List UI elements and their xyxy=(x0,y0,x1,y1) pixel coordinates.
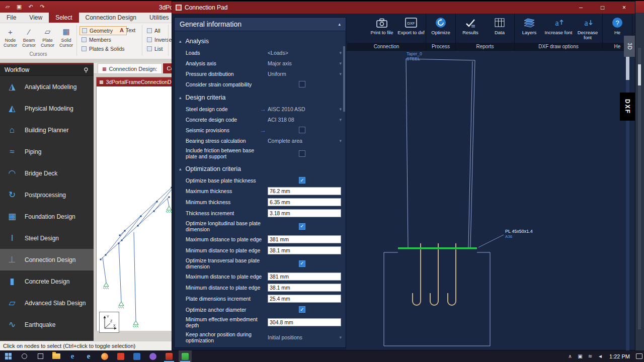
staad-icon[interactable] xyxy=(163,350,176,362)
pin-icon[interactable] xyxy=(84,67,89,73)
node-cursor-button[interactable]: +Node Cursor xyxy=(1,24,20,48)
menu-tab-utilities[interactable]: Utilities xyxy=(143,13,176,23)
firefox-icon[interactable] xyxy=(98,350,111,362)
checkbox-consider-strain-compatibility[interactable] xyxy=(299,81,305,87)
dropdown-analysis-axis[interactable]: Major axis▾ xyxy=(268,60,342,66)
connection-drawing-area[interactable]: Taper_0 STEEL PL 45x50x1.4 A36 xyxy=(346,50,635,350)
print-to-file-button[interactable]: Print to file xyxy=(367,16,396,35)
mode-all[interactable]: All xyxy=(145,26,174,35)
workflow-item-analytical-modeling[interactable]: ◮Analytical Modeling xyxy=(0,76,94,98)
workflow-item-connection-design[interactable]: ⊥Connection Design xyxy=(0,249,94,270)
tray-network-icon[interactable]: ≋ xyxy=(585,350,595,362)
workflow-item-piping[interactable]: ≈Piping xyxy=(0,141,94,162)
detail-arrow-icon[interactable]: → xyxy=(260,106,266,113)
open-folder-icon[interactable]: ▱ xyxy=(4,3,12,11)
notifications-icon[interactable] xyxy=(634,350,644,362)
input-maximum-thickness[interactable] xyxy=(268,187,341,195)
decrease-font-button[interactable]: aDecrease font xyxy=(573,16,602,40)
chevron-up-icon[interactable]: ∧ xyxy=(565,350,575,362)
solid-cursor-button[interactable]: ▦Solid Cursor xyxy=(57,24,75,48)
tab-dxf[interactable]: DXF xyxy=(620,93,635,121)
ie-icon[interactable]: e xyxy=(82,350,95,362)
checkbox-optimize-transversal-base-plate-dimension[interactable]: ✓ xyxy=(299,260,305,267)
increase-font-button[interactable]: aIncrease font xyxy=(544,16,573,35)
blue-app-icon[interactable] xyxy=(130,350,143,362)
results-button[interactable]: Results xyxy=(456,16,485,35)
filter-plates-solids[interactable]: Plates & Solids xyxy=(79,44,127,53)
menu-tab-view[interactable]: View xyxy=(23,13,49,23)
filter-members[interactable]: Members xyxy=(79,35,127,44)
checkbox-seismic-provisions[interactable] xyxy=(299,127,305,133)
workflow-item-building-planner[interactable]: ⌂Building Planner xyxy=(0,119,94,141)
dropdown-keep-anchor-position-during-optimization[interactable]: Initial positions▾ xyxy=(268,334,342,340)
tab-connection-design[interactable]: ▦ Connection Design: xyxy=(98,63,162,73)
minimize-button[interactable]: – xyxy=(570,2,592,14)
panel-scrollbar-thumb[interactable] xyxy=(343,46,345,112)
workflow-item-advanced-slab-design[interactable]: ▱Advanced Slab Design xyxy=(0,292,94,314)
text-tool-button[interactable]: A Text xyxy=(120,27,135,33)
section-optimization-criteria[interactable]: ▴Optimization criteria xyxy=(175,162,346,175)
workflow-item-concrete-design[interactable]: ▮Concrete Design xyxy=(0,270,94,292)
he-button[interactable]: ?He xyxy=(603,16,632,35)
mode-inverse[interactable]: Inverse xyxy=(145,35,174,44)
scrollbar-track[interactable] xyxy=(638,48,641,329)
workflow-item-postprocessing[interactable]: ↻Postprocessing xyxy=(0,184,94,206)
close-button[interactable]: × xyxy=(613,2,635,14)
dropdown-loads[interactable]: <Loads>▾ xyxy=(268,50,342,56)
checkbox-optimize-longitudinal-base-plate-dimension[interactable]: ✓ xyxy=(299,223,305,230)
taskbar-clock[interactable]: 1:22 PM xyxy=(605,353,634,359)
purple-app-icon[interactable] xyxy=(146,350,159,362)
maximize-button[interactable]: □ xyxy=(592,2,613,14)
checkbox-optimize-base-plate-thickness[interactable]: ✓ xyxy=(299,177,305,184)
section-design-criteria[interactable]: ▴Design criteria xyxy=(175,91,346,104)
dropdown-pressure-distribution[interactable]: Uniform▾ xyxy=(268,71,342,77)
redo-icon[interactable]: ↷ xyxy=(38,3,46,11)
workflow-item-steel-design[interactable]: ISteel Design xyxy=(0,227,94,249)
undo-icon[interactable]: ↶ xyxy=(27,3,35,11)
input-minimum-distance-to-plate-edge[interactable] xyxy=(268,284,341,292)
optimize-button[interactable]: Optimize xyxy=(426,16,455,35)
workflow-item-physical-modeling[interactable]: ◭Physical Modeling xyxy=(0,98,94,119)
input-plate-dimensions-increment[interactable] xyxy=(268,295,341,303)
menu-tab-select[interactable]: Select xyxy=(49,13,78,23)
scrollbar-thumb[interactable] xyxy=(638,64,641,85)
connection-pad-title-bar[interactable]: Connection Pad –□× xyxy=(172,2,635,14)
input-minimum-effective-embedment-depth[interactable] xyxy=(268,318,341,326)
file-explorer-icon[interactable] xyxy=(50,350,63,362)
checkbox-include-friction-between-base-plate-and-support[interactable] xyxy=(299,150,305,157)
export-to-dxf-button[interactable]: DXFExport to dxf xyxy=(396,16,426,35)
input-minimum-thickness[interactable] xyxy=(268,198,341,206)
tray-status-icon[interactable]: ▣ xyxy=(575,350,585,362)
detail-arrow-icon[interactable]: → xyxy=(260,127,266,134)
general-information-header[interactable]: General information ▴ xyxy=(175,18,346,31)
tab-3d[interactable]: 3D xyxy=(624,36,635,57)
green-app-icon[interactable] xyxy=(179,350,192,362)
task-view-icon[interactable] xyxy=(34,350,47,362)
input-thickness-increment[interactable] xyxy=(268,209,341,217)
dropdown-bearing-stress-calculation[interactable]: Complete area▾ xyxy=(268,138,342,144)
red-app-icon[interactable] xyxy=(114,350,127,362)
layers-button[interactable]: Layers xyxy=(515,16,544,35)
input-maximum-distance-to-plate-edge[interactable] xyxy=(268,273,341,281)
checkbox-optimize-anchor-diameter[interactable]: ✓ xyxy=(299,306,305,313)
collapse-icon[interactable]: ▴ xyxy=(338,22,341,27)
dropdown-concrete-design-code[interactable]: ACI 318 08▾ xyxy=(268,117,342,123)
beam-cursor-button[interactable]: ∕Beam Cursor xyxy=(20,24,38,48)
menu-tab-connection-design[interactable]: Connection Design xyxy=(79,13,143,23)
plate-cursor-button[interactable]: ▱Plate Cursor xyxy=(38,24,57,48)
workflow-item-foundation-design[interactable]: ▦Foundation Design xyxy=(0,206,94,227)
data-button[interactable]: Data xyxy=(485,16,514,35)
workflow-item-earthquake[interactable]: ∿Earthquake xyxy=(0,314,94,335)
mode-list[interactable]: List xyxy=(145,44,174,53)
tray-volume-icon[interactable]: ◄ xyxy=(595,350,605,362)
edge-icon[interactable]: e xyxy=(66,350,79,362)
start-button[interactable] xyxy=(2,350,15,362)
search-icon[interactable] xyxy=(18,350,31,362)
section-analysis[interactable]: ▴Analysis xyxy=(175,35,346,47)
input-minimum-distance-to-plate-edge[interactable] xyxy=(268,246,341,254)
input-maximum-distance-to-plate-edge[interactable] xyxy=(268,235,341,243)
workflow-item-bridge-deck[interactable]: ◠Bridge Deck xyxy=(0,162,94,184)
save-icon[interactable]: ▣ xyxy=(15,3,23,11)
menu-tab-file[interactable]: File xyxy=(0,13,23,23)
dropdown-steel-design-code[interactable]: →AISC 2010 ASD▾ xyxy=(268,106,342,112)
